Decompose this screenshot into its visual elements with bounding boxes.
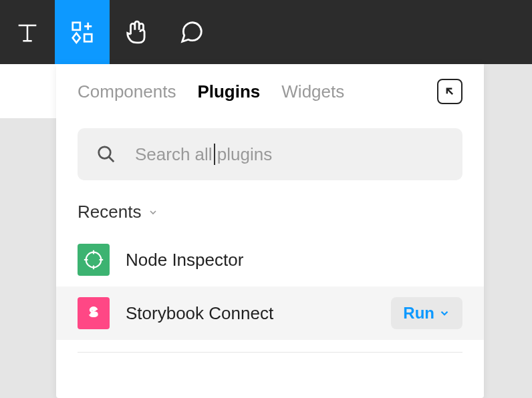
tab-components[interactable]: Components xyxy=(78,81,176,102)
tab-plugins[interactable]: Plugins xyxy=(197,81,260,102)
search-row xyxy=(56,119,484,187)
svg-point-2 xyxy=(99,147,111,159)
resources-panel: Components Plugins Widgets Recents xyxy=(56,64,484,398)
plugin-name: Storybook Connect xyxy=(126,303,375,324)
svg-text:S: S xyxy=(88,304,98,321)
svg-rect-1 xyxy=(84,34,92,41)
chevron-down-icon xyxy=(148,207,158,218)
comment-tool-button[interactable] xyxy=(164,0,219,64)
recents-label: Recents xyxy=(78,202,141,222)
chevron-down-icon xyxy=(438,307,450,319)
hand-tool-button[interactable] xyxy=(110,0,164,64)
search-box[interactable] xyxy=(78,128,462,180)
crosshair-icon xyxy=(82,248,105,271)
search-icon xyxy=(96,144,116,164)
run-label: Run xyxy=(403,304,434,323)
popout-arrow-icon xyxy=(443,85,456,98)
resources-tool-button[interactable] xyxy=(55,0,110,64)
recents-header[interactable]: Recents xyxy=(56,187,484,233)
plugin-icon-node-inspector xyxy=(78,244,110,276)
text-cursor xyxy=(214,144,215,165)
canvas-area[interactable] xyxy=(0,64,56,119)
run-button[interactable]: Run xyxy=(391,297,462,329)
main-toolbar xyxy=(0,0,532,64)
popout-button[interactable] xyxy=(437,79,462,104)
text-tool-button[interactable] xyxy=(0,0,55,64)
plugin-icon-storybook: S xyxy=(78,297,110,329)
plugin-item-node-inspector[interactable]: Node Inspector xyxy=(56,233,484,286)
plugin-item-storybook-connect[interactable]: S Storybook Connect Run xyxy=(56,286,484,340)
divider xyxy=(78,352,462,353)
plugin-name: Node Inspector xyxy=(126,250,462,270)
storybook-s-icon: S xyxy=(84,303,104,323)
tab-widgets[interactable]: Widgets xyxy=(281,81,344,102)
panel-tabs: Components Plugins Widgets xyxy=(56,64,484,119)
search-input[interactable] xyxy=(135,144,444,165)
svg-point-3 xyxy=(86,252,102,268)
svg-rect-0 xyxy=(73,23,80,30)
